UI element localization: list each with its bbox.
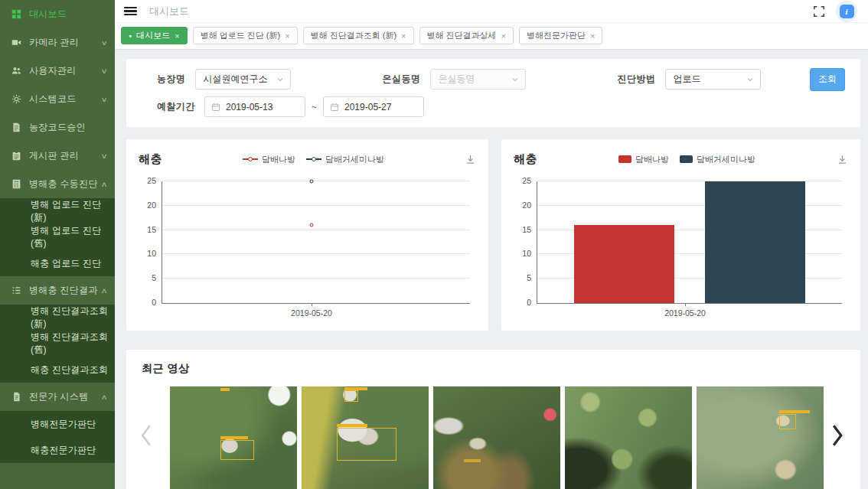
tab-label: 병해 진단결과상세: [427, 30, 497, 41]
tab-label: 병해전문가판단: [527, 30, 586, 41]
tab-label: 병해 진단결과조회 (新): [311, 30, 396, 41]
chart-legend: 담배나방담배거세미나방: [162, 154, 465, 165]
sidebar-submenu-diagnosis-result: 병해 진단결과조회 (新) 병해 진단결과조회 (舊) 해충 진단결과조회: [0, 305, 115, 383]
sidebar-item-label: 사용자관리: [29, 64, 77, 77]
sidebar-item-board[interactable]: 게시판 관리 ∨: [0, 142, 115, 170]
carousel-prev-icon[interactable]: [139, 423, 154, 451]
download-icon[interactable]: [837, 154, 848, 165]
sidebar-subitem-disease-expert[interactable]: 병해전문가판단: [0, 411, 115, 437]
chart-header: 해충 담배나방담배거세미나방: [514, 149, 848, 169]
period-end-input[interactable]: 2019-05-27: [323, 96, 424, 117]
detection-label: [464, 459, 481, 462]
close-icon[interactable]: ×: [501, 31, 506, 41]
sidebar-item-manual-diagnosis[interactable]: 병해충 수동진단 ∧: [0, 170, 115, 198]
detection-box: [779, 414, 796, 429]
period-start-input[interactable]: 2019-05-13: [204, 96, 305, 117]
tab-disease-upload-new[interactable]: 병해 업로드 진단 (新) ×: [193, 27, 298, 44]
close-icon[interactable]: ×: [401, 31, 406, 41]
calendar-icon: [211, 103, 220, 112]
filter-row-2: 예찰기간 2019-05-13 ~ 2019-05-27: [157, 96, 845, 118]
pest-scatter-chart-card: 해충 담배나방담배거세미나방 05101520252019-05-20: [126, 139, 488, 331]
sidebar-item-label: 농장코드승인: [29, 121, 86, 134]
detection-box: [344, 390, 358, 402]
chart-title: 해충: [514, 152, 537, 167]
recent-image-2[interactable]: [302, 386, 429, 489]
tab-dashboard[interactable]: ● 대시보드 ×: [121, 27, 188, 44]
image-carousel: [170, 386, 845, 489]
chevron-up-icon: ∧: [101, 393, 109, 401]
tab-label: 대시보드: [136, 30, 170, 41]
filter-row-1: 농장명 시설원예연구소 온실동명 온실동명 진단방법 업로드: [157, 68, 845, 90]
hamburger-menu-icon[interactable]: [124, 7, 137, 16]
close-icon[interactable]: ×: [285, 31, 289, 41]
fullscreen-icon[interactable]: [813, 5, 825, 18]
camera-icon: [11, 37, 21, 48]
recent-image-4[interactable]: [565, 386, 692, 489]
tab-diagnosis-result-new[interactable]: 병해 진단결과조회 (新) ×: [303, 27, 414, 44]
recent-image-5[interactable]: [697, 386, 824, 489]
notification-halo[interactable]: i: [836, 1, 857, 22]
tab-diagnosis-detail[interactable]: 병해 진단결과상세 ×: [419, 27, 514, 44]
recent-image-3[interactable]: [433, 386, 560, 489]
diagnosis-result-icon: [11, 285, 21, 296]
chevron-up-icon: ∧: [101, 287, 109, 295]
app-window: 대시보드 카메라 관리 ∨ 사용자관리 ∨ 시스템코드 ∨ 농장코드승인 게시판…: [0, 0, 868, 489]
chevron-up-icon: ∧: [101, 181, 109, 188]
active-dot-icon: ●: [129, 33, 132, 38]
carousel-next-icon[interactable]: [830, 423, 845, 451]
sidebar-item-users[interactable]: 사용자관리 ∨: [0, 57, 115, 85]
sidebar-subitem-pest-upload[interactable]: 해충 업로드 진단: [0, 250, 115, 276]
close-icon[interactable]: ×: [590, 31, 595, 41]
sidebar-item-diagnosis-result[interactable]: 병해충 진단결과 ∧: [0, 276, 115, 305]
sidebar-item-camera[interactable]: 카메라 관리 ∨: [0, 28, 115, 57]
sidebar-item-dashboard[interactable]: 대시보드: [0, 0, 115, 28]
recent-videos-panel: 최근 영상: [126, 350, 860, 489]
expert-system-icon: [11, 392, 21, 403]
sidebar: 대시보드 카메라 관리 ∨ 사용자관리 ∨ 시스템코드 ∨ 농장코드승인 게시판…: [0, 0, 115, 489]
farm-name-label: 농장명: [157, 73, 186, 86]
sidebar-item-expert-system[interactable]: 전문가 시스템 ∧: [0, 383, 115, 411]
sidebar-item-label: 카메라 관리: [29, 36, 79, 49]
tab-bar: ● 대시보드 × 병해 업로드 진단 (新) × 병해 진단결과조회 (新) ×…: [115, 23, 868, 50]
sidebar-item-label: 병해충 진단결과: [29, 284, 98, 297]
pest-bar-chart-card: 해충 담배나방담배거세미나방 05101520252019-05-20: [501, 139, 860, 331]
chevron-down-icon: ∨: [101, 96, 109, 103]
search-button[interactable]: 조회: [810, 68, 845, 91]
page-title: 대시보드: [149, 5, 189, 18]
manual-diagnosis-icon: [11, 179, 21, 190]
sidebar-item-label: 대시보드: [29, 8, 67, 21]
sidebar-subitem-pest-result[interactable]: 해충 진단결과조회: [0, 357, 115, 383]
tab-label: 병해 업로드 진단 (新): [201, 30, 281, 41]
greenhouse-label: 온실동명: [383, 73, 421, 86]
recent-image-1[interactable]: [170, 386, 297, 489]
period-separator: ~: [312, 102, 317, 112]
method-label: 진단방법: [618, 73, 656, 86]
close-icon[interactable]: ×: [175, 31, 179, 41]
sidebar-subitem-disease-upload-new[interactable]: 병해 업로드 진단 (新): [0, 198, 115, 224]
filter-panel: 농장명 시설원예연구소 온실동명 온실동명 진단방법 업로드: [126, 59, 860, 127]
info-badge-icon: i: [840, 5, 854, 18]
bar-plot-area: 05101520252019-05-20: [537, 181, 842, 304]
tab-disease-expert[interactable]: 병해전문가판단 ×: [519, 27, 602, 44]
recent-videos-title: 최근 영상: [142, 362, 845, 376]
detection-label: [220, 436, 248, 439]
chart-legend: 담배나방담배거세미나방: [537, 154, 837, 165]
sidebar-item-label: 병해충 수동진단: [29, 178, 98, 191]
detection-label: [779, 410, 810, 413]
detection-label: [220, 388, 230, 391]
calendar-icon: [330, 103, 339, 112]
greenhouse-select[interactable]: 온실동명: [430, 69, 526, 90]
sidebar-item-farm-code[interactable]: 농장코드승인: [0, 113, 115, 142]
farm-name-select[interactable]: 시설원예연구소: [195, 69, 291, 90]
method-select[interactable]: 업로드: [665, 69, 761, 90]
download-icon[interactable]: [465, 154, 476, 165]
sidebar-item-system-code[interactable]: 시스템코드 ∨: [0, 85, 115, 113]
sidebar-subitem-disease-result-old[interactable]: 병해 진단결과조회 (舊): [0, 331, 115, 357]
sidebar-subitem-pest-expert[interactable]: 해충전문가판단: [0, 437, 115, 463]
sidebar-subitem-disease-upload-old[interactable]: 병해 업로드 진단 (舊): [0, 224, 115, 250]
topbar: 대시보드 i: [115, 0, 868, 23]
sidebar-submenu-expert-system: 병해전문가판단 해충전문가판단: [0, 411, 115, 463]
sidebar-subitem-disease-result-new[interactable]: 병해 진단결과조회 (新): [0, 305, 115, 331]
sidebar-submenu-manual-diagnosis: 병해 업로드 진단 (新) 병해 업로드 진단 (舊) 해충 업로드 진단: [0, 198, 115, 276]
detection-box: [337, 428, 396, 461]
